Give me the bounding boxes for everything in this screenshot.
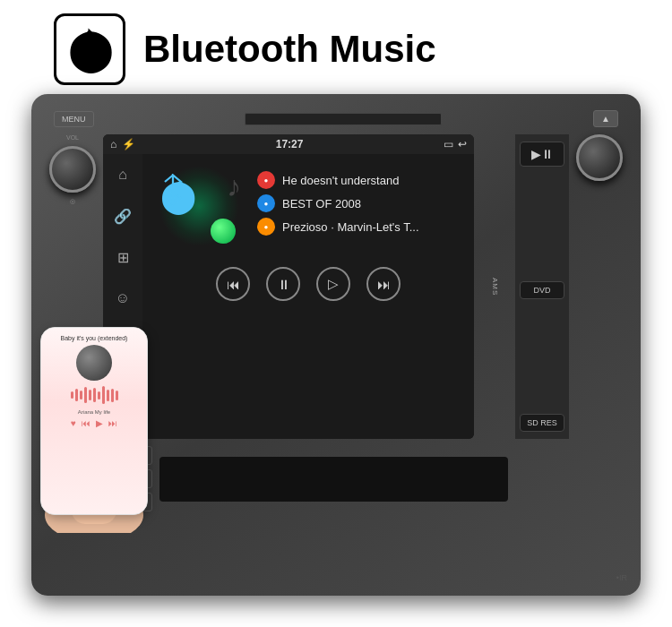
usb-status-icon: ⚡ [122, 138, 135, 150]
volume-knob[interactable] [49, 146, 96, 193]
play-pause-button[interactable]: ▶⏸ [520, 142, 564, 167]
sidebar-home[interactable]: ⌂ [109, 161, 136, 188]
track-row-2: ● BEST OF 2008 [257, 194, 467, 212]
phone-hand: Baby it's you (extended) Ariana My life … [22, 318, 202, 569]
phone-play-icon[interactable]: ▶ [96, 418, 103, 428]
on-label: ◎ [70, 198, 75, 205]
phone-track-name: Baby it's you (extended) [47, 335, 142, 341]
svg-line-4 [165, 198, 173, 205]
track-title-3: Prezioso · Marvin-Let's T... [282, 220, 419, 234]
svg-marker-3 [168, 176, 181, 205]
phone-next-icon[interactable]: ⏭ [108, 418, 117, 428]
home-status-icon: ⌂ [110, 138, 116, 150]
phone: Baby it's you (extended) Ariana My life … [40, 327, 148, 515]
next-button[interactable]: ⏭ [366, 267, 401, 301]
phone-controls-small: ♥ ⏮ ▶ ⏭ [47, 418, 142, 428]
wave-bar [102, 386, 105, 404]
phone-waveform [47, 384, 142, 406]
bt-visual: ⬤ ♪ [150, 161, 248, 251]
track-dot-3: ● [257, 218, 275, 236]
car-top-bar: MENU ▲ [49, 110, 623, 127]
wave-bar [80, 391, 82, 399]
ams-label: AMS [491, 278, 499, 296]
cd-slot [245, 113, 442, 125]
status-left: ⌂ ⚡ [110, 138, 135, 150]
wave-bar [93, 388, 96, 402]
svg-marker-0 [84, 31, 99, 67]
music-top: ⬤ ♪ [150, 161, 467, 251]
ir-label: •IR [616, 573, 627, 582]
phone-screen: Baby it's you (extended) Ariana My life … [41, 328, 147, 514]
bottom-screen-area [159, 457, 508, 502]
wave-bar [84, 387, 87, 403]
back-icon: ↩ [458, 138, 467, 150]
wave-bar [116, 391, 118, 400]
eject-button[interactable]: ▲ [593, 110, 618, 127]
status-right: ▭ ↩ [444, 138, 467, 150]
sd-res-button[interactable]: SD RES [520, 414, 564, 432]
phone-heart-icon[interactable]: ♥ [71, 418, 76, 428]
green-ball [211, 219, 236, 244]
prev-button[interactable]: ⏮ [216, 267, 250, 301]
bluetooth-logo-box: ⬤ [54, 13, 125, 85]
track-title-2: BEST OF 2008 [282, 197, 361, 210]
track-dot-2: ● [257, 194, 275, 212]
wave-bar [107, 390, 109, 401]
play-button[interactable]: ▷ [316, 267, 350, 301]
wave-bar [98, 391, 100, 399]
wave-bar [71, 391, 73, 399]
right-panel: ▶⏸ DVD SD RES [515, 134, 569, 439]
tune-knob[interactable] [576, 134, 623, 181]
page-title: Bluetooth Music [143, 28, 436, 71]
track-row-1: ● He doesn't understand [257, 171, 467, 189]
phone-album-art [76, 345, 112, 381]
playback-controls: ⏮ ⏸ ▷ ⏭ [150, 267, 467, 301]
header: ⬤ Bluetooth Music [0, 0, 672, 94]
wave-bar [75, 389, 78, 401]
status-bar: ⌂ ⚡ 17:27 ▭ ↩ [103, 134, 474, 154]
track-row-3: ● Prezioso · Marvin-Let's T... [257, 218, 467, 236]
svg-line-5 [165, 176, 173, 183]
phone-prev-icon[interactable]: ⏮ [82, 418, 90, 428]
phone-song-info: Ariana My life [47, 409, 142, 415]
wave-bar [111, 389, 114, 402]
car-unit: MENU ▲ VOL ◎ ⌂ ⚡ 17:27 ▭ ↩ [31, 94, 641, 596]
status-time: 17:27 [276, 138, 304, 150]
menu-button[interactable]: MENU [54, 111, 94, 127]
right-controls [576, 134, 623, 439]
bt-svg-large [157, 174, 189, 206]
dvd-button[interactable]: DVD [520, 281, 564, 299]
bluetooth-svg [68, 28, 111, 71]
ams-area: AMS [481, 134, 508, 439]
sidebar-grid[interactable]: ⊞ [109, 244, 136, 271]
music-note-icon: ♪ [227, 170, 241, 203]
track-info: ● He doesn't understand ● BEST OF 2008 [257, 171, 467, 241]
vol-label: VOL [66, 134, 79, 141]
wave-bar [89, 390, 91, 400]
pause-button[interactable]: ⏸ [266, 267, 300, 301]
sidebar-link[interactable]: 🔗 [109, 202, 136, 229]
track-title-1: He doesn't understand [282, 174, 399, 187]
track-dot-1: ● [257, 171, 275, 189]
sidebar-person[interactable]: ☺ [109, 285, 136, 312]
battery-icon: ▭ [444, 138, 453, 150]
